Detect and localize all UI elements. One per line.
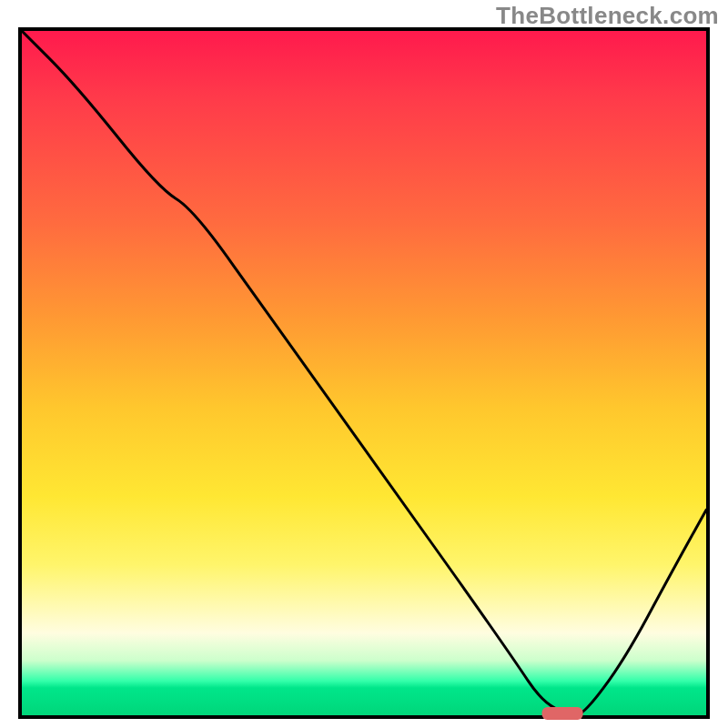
optimum-marker bbox=[542, 707, 583, 720]
plot-area bbox=[18, 27, 710, 719]
chart-container: TheBottleneck.com bbox=[0, 0, 728, 728]
bottleneck-curve bbox=[22, 31, 706, 715]
chart-svg bbox=[22, 31, 706, 715]
watermark-text: TheBottleneck.com bbox=[496, 2, 719, 30]
